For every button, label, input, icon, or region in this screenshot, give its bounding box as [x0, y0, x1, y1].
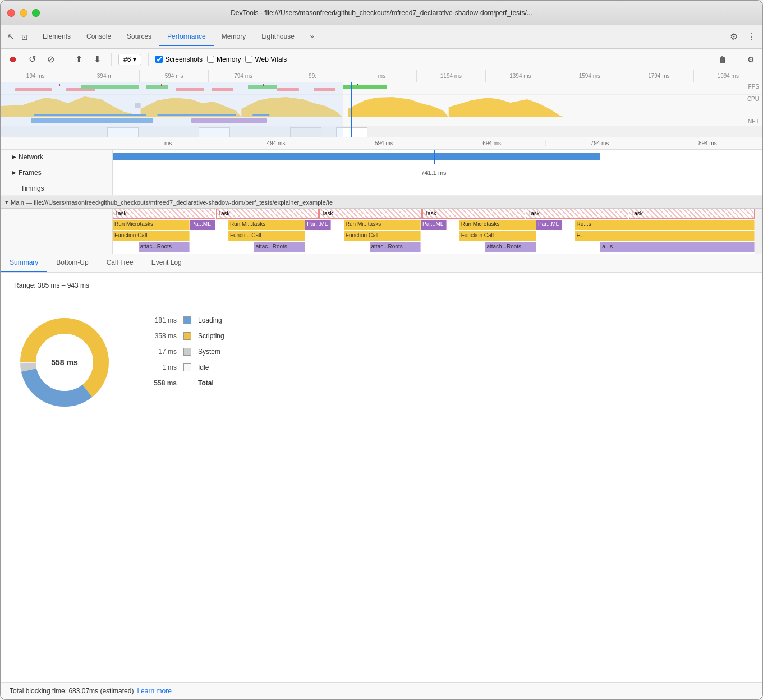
- learn-more-link[interactable]: Learn more: [137, 687, 171, 695]
- task-cell-3[interactable]: Task: [319, 209, 422, 219]
- frames-track-row[interactable]: ▶ Frames 741.1 ms: [1, 164, 762, 181]
- task-cell-2[interactable]: Task: [216, 209, 319, 219]
- functi-call-2[interactable]: Functi... Call: [228, 231, 305, 241]
- a-s-5[interactable]: a...s: [600, 242, 755, 252]
- tab-summary[interactable]: Summary: [1, 254, 47, 272]
- par-ml-2[interactable]: Par...ML: [305, 220, 331, 230]
- timeline-time-ruler: ms 494 ms 594 ms 694 ms 794 ms 894 ms: [1, 137, 762, 150]
- run-microtasks-4[interactable]: Run Microtasks: [459, 220, 536, 230]
- flame-chart[interactable]: Task Task Task Task Task Task Run Microt…: [1, 209, 762, 254]
- function-call-5[interactable]: F...: [575, 231, 755, 241]
- tab-event-log[interactable]: Event Log: [143, 254, 191, 272]
- tab-elements[interactable]: Elements: [35, 28, 79, 46]
- ruler-mark-6: 1194 ms: [416, 70, 485, 82]
- ruler-mark-1: 394 m: [70, 70, 139, 82]
- screenshots-checkbox-label[interactable]: Screenshots: [155, 56, 203, 63]
- net-row: NET: [1, 117, 762, 126]
- frames-expand-arrow[interactable]: ▶: [12, 169, 16, 176]
- layers-icon-button[interactable]: ⊡: [19, 29, 30, 44]
- task-cell-6[interactable]: Task: [629, 209, 755, 219]
- footer: Total blocking time: 683.07ms (estimated…: [1, 682, 762, 699]
- delete-recording-button[interactable]: 🗑: [715, 53, 730, 66]
- scrollbar-flame[interactable]: [755, 209, 762, 220]
- frames-value: 741.1 ms: [421, 169, 446, 176]
- function-call-3[interactable]: Function Call: [344, 231, 421, 241]
- run-mi-tasks-5[interactable]: Ru...s: [575, 220, 755, 230]
- function-call-1[interactable]: Function Call: [113, 231, 190, 241]
- network-track-label[interactable]: ▶ Network: [1, 150, 113, 164]
- attac-roots-1[interactable]: attac...Roots: [139, 242, 190, 252]
- function-call-4[interactable]: Function Call: [459, 231, 536, 241]
- legend-row-loading: 181 ms Loading: [149, 316, 224, 324]
- tab-lighthouse[interactable]: Lighthouse: [254, 28, 302, 46]
- more-options-icon-button[interactable]: ⋮: [744, 29, 758, 44]
- attac-roots-3[interactable]: attac...Roots: [370, 242, 421, 252]
- network-request-bar: [113, 153, 600, 160]
- ruler-mark-0: 194 ms: [1, 70, 70, 82]
- flame-row-task: Task Task Task Task Task Task: [1, 209, 762, 220]
- cursor-icon-button[interactable]: ↖: [5, 29, 17, 44]
- memory-label: Memory: [217, 56, 241, 63]
- summary-legend: 181 ms Loading 358 ms Scripting 17 ms Sy…: [149, 312, 224, 387]
- memory-checkbox-label[interactable]: Memory: [207, 56, 241, 63]
- recording-selector[interactable]: #6 ▾: [118, 54, 141, 65]
- tab-performance[interactable]: Performance: [159, 28, 214, 46]
- time-mark-2: 594 ms: [330, 140, 438, 146]
- svg-marker-1: [141, 98, 242, 117]
- clear-button[interactable]: ⊘: [44, 52, 58, 67]
- ruler-mark-4: 99:: [278, 70, 347, 82]
- scrollbar-flame-3: [755, 231, 762, 242]
- memory-checkbox[interactable]: [207, 56, 214, 63]
- close-button[interactable]: [7, 9, 15, 17]
- web-vitals-checkbox[interactable]: [245, 56, 252, 63]
- network-expand-arrow[interactable]: ▶: [12, 154, 16, 160]
- cpu-row: CPU: [1, 95, 762, 117]
- maximize-button[interactable]: [32, 9, 40, 17]
- frames-track-content: 741.1 ms: [113, 164, 755, 181]
- task-cell-1[interactable]: Task: [113, 209, 215, 219]
- main-thread-arrow[interactable]: ▾: [5, 199, 8, 206]
- par-ml-4[interactable]: Par...ML: [536, 220, 562, 230]
- ruler-mark-3: 794 ms: [208, 70, 277, 82]
- tab-call-tree[interactable]: Call Tree: [98, 254, 143, 272]
- legend-row-idle: 1 ms Idle: [149, 363, 224, 371]
- time-mark-3: 694 ms: [438, 140, 545, 146]
- run-mi-tasks-2[interactable]: Run Mi...tasks: [228, 220, 305, 230]
- timeline-overview[interactable]: 194 ms 394 m 594 ms 794 ms 99: ms 1194 m…: [1, 70, 762, 137]
- par-ml-1[interactable]: Pa...ML: [190, 220, 215, 230]
- attac-roots-2[interactable]: attac...Roots: [254, 242, 306, 252]
- run-microtasks-1[interactable]: Run Microtasks: [113, 220, 190, 230]
- main-thread-header[interactable]: ▾ Main — file:///Users/masonfreed/github…: [1, 196, 762, 209]
- settings-icon-button[interactable]: ⚙: [728, 29, 740, 44]
- upload-button[interactable]: ⬆: [72, 52, 86, 67]
- timings-track-label[interactable]: Timings: [1, 181, 113, 195]
- performance-settings-button[interactable]: ⚙: [744, 53, 758, 66]
- toolbar-right: 🗑 ⚙: [715, 53, 758, 66]
- network-track-row[interactable]: ▶ Network: [1, 150, 762, 164]
- tab-sources[interactable]: Sources: [119, 28, 159, 46]
- net-label: NET: [748, 118, 759, 125]
- par-ml-3[interactable]: Par...ML: [421, 220, 447, 230]
- timings-track-row[interactable]: Timings: [1, 181, 762, 196]
- screenshots-checkbox[interactable]: [155, 56, 163, 63]
- record-button[interactable]: ⏺: [5, 52, 21, 67]
- attach-roots-4[interactable]: attach...Roots: [485, 242, 536, 252]
- svg-marker-4: [449, 98, 567, 117]
- devtools-right-icons: ⚙ ⋮: [728, 29, 758, 44]
- minimize-button[interactable]: [20, 9, 27, 17]
- time-mark-1: 494 ms: [222, 140, 329, 146]
- range-text: Range: 385 ms – 943 ms: [14, 282, 749, 289]
- reload-record-button[interactable]: ↺: [25, 52, 39, 67]
- tab-more[interactable]: »: [302, 28, 322, 46]
- download-button[interactable]: ⬇: [90, 52, 104, 67]
- legend-color-system: [183, 348, 191, 356]
- svg-marker-0: [1, 96, 146, 117]
- web-vitals-checkbox-label[interactable]: Web Vitals: [245, 56, 287, 63]
- tab-memory[interactable]: Memory: [214, 28, 254, 46]
- task-cell-4[interactable]: Task: [422, 209, 525, 219]
- run-mi-tasks-3[interactable]: Run Mi...tasks: [344, 220, 421, 230]
- frames-track-label[interactable]: ▶ Frames: [1, 164, 113, 181]
- task-cell-5[interactable]: Task: [526, 209, 628, 219]
- tab-console[interactable]: Console: [79, 28, 119, 46]
- tab-bottom-up[interactable]: Bottom-Up: [47, 254, 97, 272]
